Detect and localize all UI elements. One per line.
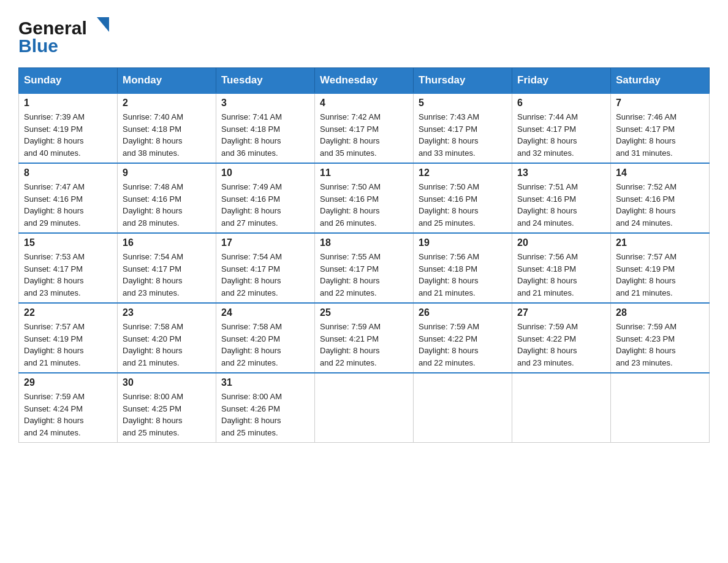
day-cell-11: 11 Sunrise: 7:50 AM Sunset: 4:16 PM Dayl… [315, 163, 414, 233]
sunrise-label: Sunrise: 7:55 AM [320, 252, 381, 261]
logo-svg: General Blue [18, 12, 110, 56]
day-cell-7: 7 Sunrise: 7:46 AM Sunset: 4:17 PM Dayli… [611, 93, 710, 163]
day-number: 31 [221, 377, 309, 388]
sunset-label: Sunset: 4:17 PM [320, 124, 379, 134]
day-cell-24: 24 Sunrise: 7:58 AM Sunset: 4:20 PM Dayl… [216, 303, 315, 373]
day-number: 8 [24, 167, 112, 178]
sunset-label: Sunset: 4:19 PM [24, 334, 83, 343]
sunrise-label: Sunrise: 7:50 AM [320, 182, 381, 191]
day-number: 24 [221, 307, 309, 318]
sunrise-label: Sunrise: 7:57 AM [616, 252, 677, 261]
day-number: 28 [616, 307, 704, 318]
sunrise-label: Sunrise: 7:59 AM [419, 322, 479, 331]
day-number: 13 [517, 167, 605, 178]
sunset-label: Sunset: 4:17 PM [320, 264, 379, 274]
daylight-label: Daylight: 8 hoursand 22 minutes. [221, 276, 281, 297]
day-info: Sunrise: 7:54 AM Sunset: 4:17 PM Dayligh… [221, 251, 309, 299]
day-cell-26: 26 Sunrise: 7:59 AM Sunset: 4:22 PM Dayl… [414, 303, 512, 373]
sunrise-label: Sunrise: 7:59 AM [24, 392, 85, 401]
day-cell-1: 1 Sunrise: 7:39 AM Sunset: 4:19 PM Dayli… [19, 93, 118, 163]
day-info: Sunrise: 7:53 AM Sunset: 4:17 PM Dayligh… [24, 251, 112, 299]
day-cell-15: 15 Sunrise: 7:53 AM Sunset: 4:17 PM Dayl… [19, 233, 118, 303]
daylight-label: Daylight: 8 hoursand 32 minutes. [517, 136, 577, 158]
sunset-label: Sunset: 4:24 PM [24, 404, 83, 413]
day-info: Sunrise: 7:50 AM Sunset: 4:16 PM Dayligh… [320, 181, 408, 229]
sunset-label: Sunset: 4:17 PM [123, 264, 181, 274]
sunrise-label: Sunrise: 7:59 AM [616, 322, 677, 331]
daylight-label: Daylight: 8 hoursand 36 minutes. [221, 136, 281, 158]
day-cell-29: 29 Sunrise: 7:59 AM Sunset: 4:24 PM Dayl… [19, 373, 118, 443]
sunrise-label: Sunrise: 7:59 AM [320, 322, 381, 331]
day-number: 20 [517, 237, 605, 248]
daylight-label: Daylight: 8 hoursand 21 minutes. [419, 276, 479, 297]
daylight-label: Daylight: 8 hoursand 27 minutes. [221, 206, 281, 228]
day-number: 16 [123, 237, 211, 248]
sunrise-label: Sunrise: 7:58 AM [123, 322, 183, 331]
day-cell-9: 9 Sunrise: 7:48 AM Sunset: 4:16 PM Dayli… [118, 163, 216, 233]
day-cell-19: 19 Sunrise: 7:56 AM Sunset: 4:18 PM Dayl… [414, 233, 512, 303]
daylight-label: Daylight: 8 hoursand 21 minutes. [517, 276, 577, 297]
day-cell-4: 4 Sunrise: 7:42 AM Sunset: 4:17 PM Dayli… [315, 93, 414, 163]
calendar-table: SundayMondayTuesdayWednesdayThursdayFrid… [18, 67, 710, 443]
sunrise-label: Sunrise: 7:57 AM [24, 322, 85, 331]
sunrise-label: Sunrise: 7:58 AM [221, 322, 282, 331]
day-number: 7 [616, 98, 704, 109]
sunset-label: Sunset: 4:16 PM [123, 194, 181, 204]
day-cell-23: 23 Sunrise: 7:58 AM Sunset: 4:20 PM Dayl… [118, 303, 216, 373]
day-info: Sunrise: 7:41 AM Sunset: 4:18 PM Dayligh… [221, 111, 309, 159]
day-info: Sunrise: 7:39 AM Sunset: 4:19 PM Dayligh… [24, 111, 112, 159]
day-info: Sunrise: 7:47 AM Sunset: 4:16 PM Dayligh… [24, 181, 112, 229]
day-cell-25: 25 Sunrise: 7:59 AM Sunset: 4:21 PM Dayl… [315, 303, 414, 373]
page-header: General Blue [18, 12, 710, 56]
day-number: 4 [320, 98, 408, 109]
weekday-header-saturday: Saturday [611, 68, 710, 94]
day-info: Sunrise: 8:00 AM Sunset: 4:25 PM Dayligh… [123, 391, 211, 439]
day-cell-14: 14 Sunrise: 7:52 AM Sunset: 4:16 PM Dayl… [611, 163, 710, 233]
day-number: 19 [419, 237, 507, 248]
weekday-header-wednesday: Wednesday [315, 68, 414, 94]
sunset-label: Sunset: 4:16 PM [419, 194, 477, 204]
sunrise-label: Sunrise: 7:56 AM [419, 252, 479, 261]
daylight-label: Daylight: 8 hoursand 22 minutes. [320, 346, 380, 367]
weekday-header-row: SundayMondayTuesdayWednesdayThursdayFrid… [19, 68, 710, 94]
day-number: 26 [419, 307, 507, 318]
sunset-label: Sunset: 4:21 PM [320, 334, 379, 343]
day-number: 25 [320, 307, 408, 318]
day-info: Sunrise: 7:40 AM Sunset: 4:18 PM Dayligh… [123, 111, 211, 159]
sunset-label: Sunset: 4:17 PM [221, 264, 280, 274]
sunrise-label: Sunrise: 7:53 AM [24, 252, 85, 261]
day-number: 29 [24, 377, 112, 388]
day-cell-22: 22 Sunrise: 7:57 AM Sunset: 4:19 PM Dayl… [19, 303, 118, 373]
sunset-label: Sunset: 4:23 PM [616, 334, 675, 343]
sunset-label: Sunset: 4:17 PM [616, 124, 675, 134]
sunrise-label: Sunrise: 7:51 AM [517, 182, 578, 191]
weekday-header-thursday: Thursday [414, 68, 512, 94]
day-info: Sunrise: 7:59 AM Sunset: 4:21 PM Dayligh… [320, 321, 408, 369]
day-info: Sunrise: 7:46 AM Sunset: 4:17 PM Dayligh… [616, 111, 704, 159]
day-cell-30: 30 Sunrise: 8:00 AM Sunset: 4:25 PM Dayl… [118, 373, 216, 443]
day-info: Sunrise: 7:51 AM Sunset: 4:16 PM Dayligh… [517, 181, 605, 229]
daylight-label: Daylight: 8 hoursand 23 minutes. [616, 346, 676, 367]
daylight-label: Daylight: 8 hoursand 31 minutes. [616, 136, 676, 158]
day-info: Sunrise: 7:44 AM Sunset: 4:17 PM Dayligh… [517, 111, 605, 159]
day-number: 9 [123, 167, 211, 178]
day-info: Sunrise: 7:43 AM Sunset: 4:17 PM Dayligh… [419, 111, 507, 159]
day-info: Sunrise: 7:49 AM Sunset: 4:16 PM Dayligh… [221, 181, 309, 229]
sunset-label: Sunset: 4:20 PM [221, 334, 280, 343]
day-number: 22 [24, 307, 112, 318]
sunset-label: Sunset: 4:18 PM [419, 264, 477, 274]
sunset-label: Sunset: 4:20 PM [123, 334, 181, 343]
day-number: 30 [123, 377, 211, 388]
sunset-label: Sunset: 4:17 PM [24, 264, 83, 274]
svg-marker-1 [97, 17, 109, 32]
day-cell-20: 20 Sunrise: 7:56 AM Sunset: 4:18 PM Dayl… [512, 233, 611, 303]
daylight-label: Daylight: 8 hoursand 23 minutes. [24, 276, 84, 297]
daylight-label: Daylight: 8 hoursand 25 minutes. [419, 206, 479, 228]
daylight-label: Daylight: 8 hoursand 25 minutes. [221, 416, 281, 437]
weekday-header-friday: Friday [512, 68, 611, 94]
daylight-label: Daylight: 8 hoursand 40 minutes. [24, 136, 84, 158]
daylight-label: Daylight: 8 hoursand 21 minutes. [616, 276, 676, 297]
logo: General Blue [18, 12, 110, 56]
day-cell-2: 2 Sunrise: 7:40 AM Sunset: 4:18 PM Dayli… [118, 93, 216, 163]
day-info: Sunrise: 7:58 AM Sunset: 4:20 PM Dayligh… [123, 321, 211, 369]
